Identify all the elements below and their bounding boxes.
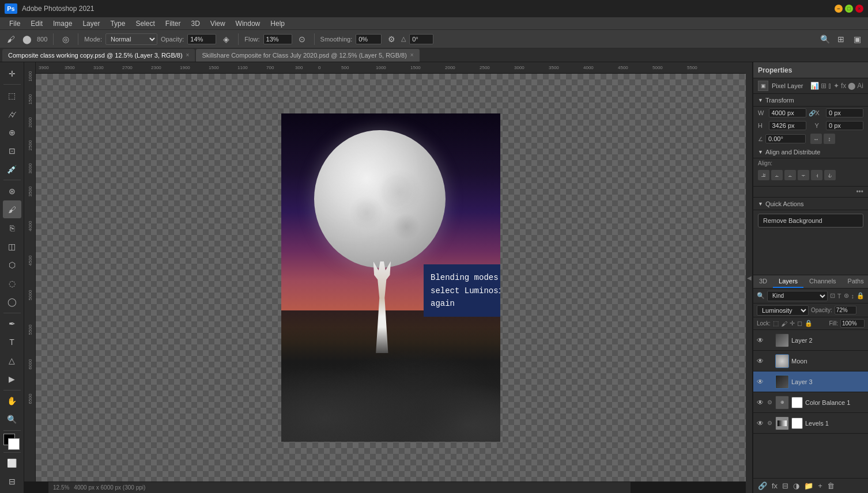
menu-filter[interactable]: Filter [161, 18, 186, 29]
layer-item-levels[interactable]: 👁 ⚙ Levels 1 [753, 413, 868, 434]
new-adjustment-btn[interactable]: ◑ [792, 480, 801, 491]
quick-mask-tool[interactable]: ⬜ [3, 454, 21, 472]
crop-tool[interactable]: ⊡ [3, 142, 21, 160]
quick-select-tool[interactable]: ⊕ [3, 123, 21, 141]
align-section-header[interactable]: ▼ Align and Distribute [753, 146, 868, 158]
eyedropper-tool[interactable]: 💉 [3, 160, 21, 178]
align-right-btn[interactable]: ⫠ [784, 170, 796, 180]
delete-layer-btn[interactable]: 🗑 [826, 480, 836, 491]
quick-actions-header[interactable]: ▼ Quick Actions [753, 198, 868, 210]
align-center-h-btn[interactable]: ⫠ [771, 170, 783, 180]
lock-position-icon[interactable]: ✛ [790, 320, 795, 327]
panel-icon-chart[interactable]: 📊 [810, 82, 819, 90]
window-controls[interactable]: − □ × [835, 5, 863, 13]
new-group-btn[interactable]: 📁 [803, 480, 814, 491]
panel-icon-star[interactable]: ✦ [833, 82, 839, 90]
menu-3d[interactable]: 3D [186, 18, 204, 29]
align-bottom-btn[interactable]: ⫝ [824, 170, 836, 180]
flip-h-btn[interactable]: ↔ [810, 134, 822, 144]
menu-window[interactable]: Window [231, 18, 265, 29]
align-center-v-btn[interactable]: ⫞ [811, 170, 822, 180]
tab-channels[interactable]: Channels [803, 275, 841, 288]
eye-icon-layer3[interactable]: 👁 [757, 378, 765, 386]
tab-1[interactable]: Composite class working copy.psd @ 12.5%… [2, 49, 195, 62]
lock-pixels-icon[interactable]: 🖌 [781, 320, 787, 327]
smoothing-input[interactable] [356, 34, 382, 44]
screen-mode-btn[interactable]: ⊟ [3, 473, 21, 491]
text-tool[interactable]: T [3, 333, 21, 351]
settings-icon[interactable]: ⚙ [385, 33, 398, 45]
blend-mode-dropdown[interactable]: Luminosity Normal Multiply Screen Overla… [757, 305, 809, 316]
angle-input[interactable] [409, 34, 433, 44]
panel-icon-align[interactable]: ⫿ [828, 82, 832, 90]
layer-item-colorbalance[interactable]: 👁 ⚙ ⊕ Color Balance 1 [753, 392, 868, 413]
tab-paths[interactable]: Paths [842, 275, 868, 288]
remove-background-button[interactable]: Remove Background [758, 214, 863, 227]
tab-1-close[interactable]: × [186, 52, 190, 58]
panel-icon-grid[interactable]: ⊞ [821, 82, 827, 90]
layer-item-layer2[interactable]: 👁 Layer 2 [753, 330, 868, 351]
panel-icon-mask[interactable]: ⬤ [848, 82, 855, 90]
brush-tool[interactable]: 🖌 [3, 200, 21, 218]
h-input[interactable] [769, 121, 806, 130]
layer-kind-select[interactable]: Kind Name Effect Mode Attribute Color [767, 291, 828, 301]
transform-section-header[interactable]: ▼ Transform [753, 94, 868, 107]
hand-tool[interactable]: ✋ [3, 392, 21, 410]
layer-item-moon[interactable]: 👁 Moon [753, 351, 868, 371]
collapse-button[interactable]: ◀ [746, 62, 753, 493]
maximize-button[interactable]: □ [845, 5, 853, 13]
y-input[interactable] [826, 121, 863, 130]
tab-3d[interactable]: 3D [753, 275, 773, 288]
flip-v-btn[interactable]: ↕ [824, 134, 835, 144]
tab-2[interactable]: Skillshare Composite for Class July 2020… [196, 49, 419, 62]
pen-tool[interactable]: ✒ [3, 315, 21, 333]
new-layer-btn[interactable]: + [817, 480, 824, 491]
fill-value-input[interactable] [840, 319, 865, 328]
add-mask-btn[interactable]: ⊟ [781, 480, 790, 491]
zoom-tool[interactable]: 🔍 [3, 411, 21, 428]
menu-select[interactable]: Select [131, 18, 159, 29]
clone-tool[interactable]: ⎘ [3, 219, 21, 237]
dodge-tool[interactable]: ◯ [3, 293, 21, 311]
align-left-btn[interactable]: ⫡ [758, 170, 769, 180]
color-swatches[interactable] [3, 434, 21, 449]
eye-icon-layer2[interactable]: 👁 [757, 336, 765, 344]
more-options-btn[interactable]: ••• [856, 188, 863, 196]
w-input[interactable] [769, 108, 806, 117]
x-input[interactable] [826, 108, 863, 117]
move-tool[interactable]: ✛ [3, 65, 21, 82]
angle-value-input[interactable] [765, 134, 806, 143]
tab-2-close[interactable]: × [410, 52, 414, 58]
menu-view[interactable]: View [206, 18, 230, 29]
link-icon[interactable]: 🔗 [809, 110, 813, 116]
menu-file[interactable]: File [5, 18, 25, 29]
blur-tool[interactable]: ◌ [3, 274, 21, 292]
menu-edit[interactable]: Edit [26, 18, 47, 29]
search-icon[interactable]: 🔍 [818, 33, 831, 45]
link-layers-btn[interactable]: 🔗 [757, 480, 768, 491]
canvas-content[interactable]: Blending modes select Luminosity again [36, 74, 746, 481]
close-button[interactable]: × [855, 5, 863, 13]
panel-icon-ai[interactable]: Ai [857, 82, 863, 90]
eye-icon-colorbalance[interactable]: 👁 [757, 399, 765, 407]
flow-input[interactable] [263, 34, 292, 44]
eye-icon-levels[interactable]: 👁 [757, 419, 765, 427]
tab-layers[interactable]: Layers [773, 275, 803, 288]
menu-image[interactable]: Image [48, 18, 77, 29]
path-select-tool[interactable]: ▶ [3, 370, 21, 388]
menu-help[interactable]: Help [266, 18, 289, 29]
eraser-tool[interactable]: ◫ [3, 237, 21, 255]
marquee-tool[interactable]: ⬚ [3, 86, 21, 104]
healing-brush-tool[interactable]: ⊛ [3, 182, 21, 200]
layout-icon[interactable]: ⊞ [835, 33, 847, 45]
shape-tool[interactable]: △ [3, 352, 21, 370]
paint-bucket-tool[interactable]: ⬡ [3, 256, 21, 274]
minimize-button[interactable]: − [835, 5, 843, 13]
screen-mode-icon[interactable]: ▣ [851, 33, 863, 45]
lasso-tool[interactable]: ⌭ [3, 105, 21, 123]
layer-item-layer3[interactable]: 👁 Layer 3 [753, 371, 868, 392]
opacity-value-input[interactable] [835, 306, 856, 314]
eye-icon-moon[interactable]: 👁 [757, 357, 765, 365]
menu-type[interactable]: Type [105, 18, 130, 29]
lock-artboard-icon[interactable]: ◻ [797, 320, 802, 327]
